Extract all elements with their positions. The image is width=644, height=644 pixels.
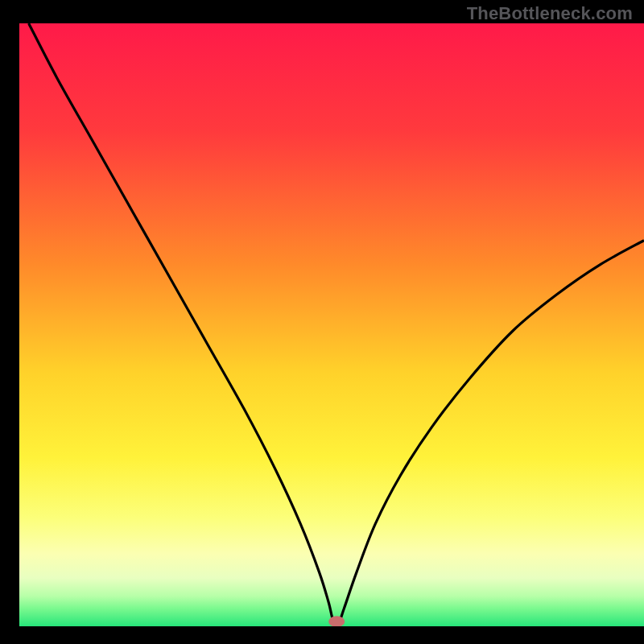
gradient-background — [19, 23, 644, 626]
plot-area — [19, 23, 644, 626]
chart-frame: TheBottleneck.com — [0, 0, 644, 644]
plot-svg — [19, 23, 644, 626]
watermark-text: TheBottleneck.com — [467, 3, 633, 24]
